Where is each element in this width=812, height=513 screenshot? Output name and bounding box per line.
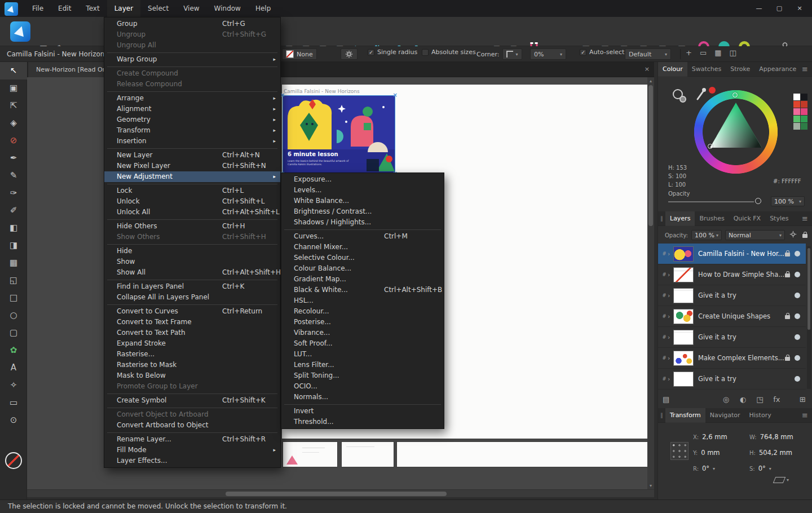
auto-select-mode-dropdown[interactable]: Default ▾ (625, 48, 671, 60)
selected-artwork[interactable]: 6 minute lesson Learn the basics behind … (283, 96, 395, 173)
colour-swatch[interactable] (793, 116, 800, 122)
menu-item[interactable]: New Layer Ctrl+Alt+N ▸ (104, 150, 280, 161)
maximize-button[interactable]: ▢ (769, 0, 789, 17)
layers-scroll-thumb[interactable] (807, 248, 810, 330)
close-document-icon[interactable]: × (645, 65, 650, 73)
opacity-value-dropdown[interactable]: 100 % ▾ (771, 196, 805, 206)
panel-tab[interactable]: Colour (658, 62, 687, 77)
transform-field[interactable]: W: 764,8 mm ▾ (749, 432, 808, 442)
edit-all-layers-icon[interactable]: ▤ (663, 395, 669, 404)
saturation-triangle[interactable] (693, 89, 779, 175)
panel-tab[interactable]: Swatches (687, 62, 726, 77)
layer-row[interactable]: # › Give it a try (658, 327, 806, 348)
fill-tool[interactable]: ◧ (0, 219, 27, 237)
menubar-item[interactable]: Window (207, 0, 248, 17)
menu-item[interactable]: Mask to Below ▸ (104, 370, 280, 381)
panel-tab[interactable]: Appearance (754, 62, 801, 77)
menu-item[interactable]: Split Toning... ▸ (281, 370, 444, 381)
mesh-warp-tool[interactable]: ▦ (0, 254, 27, 272)
panel-tab[interactable]: Styles (765, 211, 793, 226)
menubar-item[interactable]: File (25, 0, 51, 17)
artboard-thumb-2[interactable] (342, 442, 394, 467)
layer-row[interactable]: # › Camilla Falsini - New Hor... (658, 244, 806, 264)
artboard-tool[interactable]: ▣ (0, 79, 27, 97)
menu-item[interactable]: Rasterise to Mask ▸ (104, 360, 280, 370)
menu-item[interactable]: Curves... Ctrl+M ▸ (281, 231, 444, 242)
expand-chevron-icon[interactable]: › (668, 334, 673, 341)
menu-item[interactable]: Promote Group to Layer ▸ (104, 381, 280, 392)
panel-tab[interactable]: History (745, 408, 776, 423)
panel-tab[interactable]: Brushes (695, 211, 729, 226)
transform-origin-icon[interactable]: + (686, 48, 692, 57)
menu-item[interactable]: Brightness / Contrast... ▸ (281, 206, 444, 217)
menu-item[interactable]: Selective Colour... ▸ (281, 253, 444, 263)
menubar-item[interactable]: Layer (107, 0, 140, 17)
panel-menu-icon[interactable]: ≡ (802, 214, 808, 223)
menu-item[interactable]: Convert to Text Frame ▸ (104, 317, 280, 328)
opacity-slider[interactable] (668, 201, 754, 202)
live-filter-icon[interactable]: ◳ (754, 395, 765, 404)
colour-swatch[interactable] (793, 94, 800, 100)
menu-item[interactable]: Arrange ▸ (104, 93, 280, 104)
opacity-slider-knob[interactable] (755, 198, 761, 204)
panel-tab[interactable]: Quick FX (729, 211, 765, 226)
fx-layer-effects-icon[interactable]: fx (771, 395, 782, 404)
colour-swatch[interactable] (801, 94, 807, 100)
saturation-lightness-marker[interactable] (708, 144, 713, 149)
hue-marker[interactable] (732, 92, 738, 98)
transparency-tool[interactable]: ◨ (0, 237, 27, 254)
grid-options-icon[interactable]: ◫ (730, 48, 736, 57)
visibility-dot-icon[interactable] (795, 313, 800, 319)
menu-item[interactable]: New Adjustment ▸ (104, 171, 280, 182)
menu-item[interactable]: Lock Ctrl+L ▸ (104, 185, 280, 196)
menu-item[interactable]: Rasterise... ▸ (104, 349, 280, 360)
colour-wheel[interactable] (693, 89, 779, 175)
menu-item[interactable]: Group Ctrl+G ▸ (104, 19, 280, 29)
colour-swatch[interactable] (793, 123, 800, 130)
panel-tab[interactable]: Navigator (705, 408, 745, 423)
visibility-dot-icon[interactable] (795, 272, 800, 277)
expand-chevron-icon[interactable]: › (668, 375, 673, 383)
menu-item[interactable]: Create Symbol Ctrl+Shift+K ▸ (104, 395, 280, 406)
menu-item[interactable]: Hide ▸ (104, 246, 280, 256)
menu-item[interactable]: Warp Group ▸ (104, 54, 280, 65)
panel-tab[interactable]: Stroke (726, 62, 754, 77)
menu-item[interactable]: Unlock All Ctrl+Alt+Shift+L ▸ (104, 207, 280, 218)
horizontal-scroll-thumb[interactable] (226, 492, 447, 496)
visibility-dot-icon[interactable] (795, 355, 800, 361)
paint-brush-tool[interactable]: ✐ (0, 202, 27, 219)
artboard-thumb-1[interactable] (283, 442, 337, 467)
layers-scrollbar[interactable] (807, 246, 811, 389)
menu-item[interactable]: Levels... ▸ (281, 185, 444, 196)
menu-item[interactable]: Geometry ▸ (104, 114, 280, 125)
fill-selector[interactable]: None (282, 48, 317, 60)
menu-item[interactable]: Expand Stroke ▸ (104, 338, 280, 349)
panel-drag-handle[interactable]: ∥ (658, 412, 665, 418)
blend-options-gear-icon[interactable] (789, 231, 797, 240)
selection-handle-icon[interactable]: × (393, 92, 398, 98)
panel-tab[interactable]: Layers (665, 211, 695, 226)
canvas-horizontal-scrollbar[interactable] (27, 489, 654, 497)
scroll-up-icon[interactable]: ▴ (647, 78, 654, 83)
point-transform-tool[interactable]: ◈ (0, 114, 27, 132)
corner-settings-button[interactable] (341, 48, 358, 60)
menu-item[interactable]: Posterise... ▸ (281, 317, 444, 328)
layer-row[interactable]: # › How to Draw Simple Sha... (658, 264, 806, 285)
menu-item[interactable]: Transform ▸ (104, 125, 280, 136)
menu-item[interactable]: Lens Filter... ▸ (281, 360, 444, 370)
menu-item[interactable]: Exposure... ▸ (281, 174, 444, 185)
colour-swatch[interactable] (793, 101, 800, 108)
menu-item[interactable]: Gradient Map... ▸ (281, 274, 444, 285)
layer-row[interactable]: # › Give it a try (658, 285, 806, 306)
menu-item[interactable]: HSL... ▸ (281, 295, 444, 306)
menubar-item[interactable]: Select (140, 0, 176, 17)
menubar-item[interactable]: Help (248, 0, 278, 17)
layers-opacity-dropdown[interactable]: 100 %▾ (691, 230, 722, 240)
add-layer-icon[interactable]: ⊞ (797, 395, 808, 404)
menu-item[interactable]: Release Compound ▸ (104, 79, 280, 90)
adjustment-layer-icon[interactable]: ◐ (737, 395, 748, 404)
layer-row[interactable]: # › Create Unique Shapes (658, 306, 806, 327)
selection-box-icon[interactable]: ▭ (700, 48, 707, 57)
artboard-label[interactable]: Camilla Falsini - New Horizons (284, 89, 360, 94)
auto-select-checkbox[interactable]: ✓ Auto-select: (580, 48, 626, 56)
